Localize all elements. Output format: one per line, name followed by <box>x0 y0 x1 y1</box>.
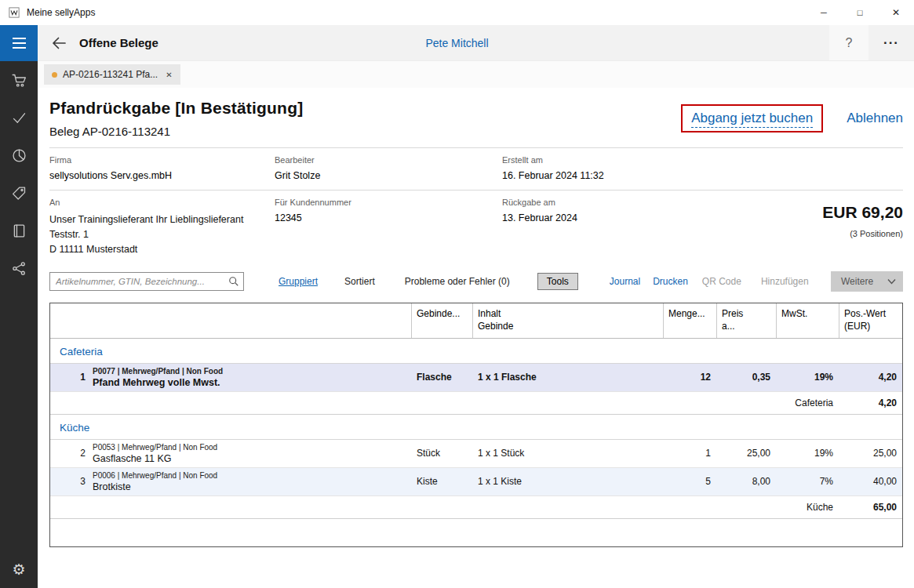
table-row[interactable]: 1 P0077 | Mehrweg/Pfand | Non Food Pfand… <box>50 364 902 392</box>
hamburger-menu-icon[interactable] <box>0 25 38 61</box>
subtotal-label: Küche <box>50 502 839 513</box>
group-header[interactable]: Küche <box>50 415 902 440</box>
tag-icon[interactable] <box>0 174 38 212</box>
settings-gear-icon[interactable]: ⚙ <box>0 550 38 588</box>
back-arrow-icon <box>50 34 67 52</box>
col-inhalt[interactable]: Inhalt Gebinde <box>472 303 663 337</box>
share-network-icon[interactable] <box>0 249 38 287</box>
row-gebinde: Flasche <box>411 372 472 383</box>
document-tab[interactable]: AP-0216-113241 Pfa... ✕ <box>44 64 180 85</box>
table-row[interactable]: 2 P0053 | Mehrweg/Pfand | Non Food Gasfl… <box>50 440 902 468</box>
checkmark-icon[interactable] <box>0 99 38 136</box>
document-page: Pfandrückgabe [In Bestätigung] Beleg AP-… <box>38 88 914 588</box>
col-mwst[interactable]: MwSt. <box>776 303 839 337</box>
tools-button[interactable]: Tools <box>537 273 578 290</box>
row-wert: 40,00 <box>839 476 902 487</box>
print-link[interactable]: Drucken <box>653 276 688 287</box>
row-menge: 5 <box>663 476 716 487</box>
add-link: Hinzufügen <box>761 276 809 287</box>
close-button[interactable]: ✕ <box>878 0 914 25</box>
firma-value: sellysolutions Serv.ges.mbH <box>49 170 275 181</box>
address-line: D 11111 Musterstadt <box>49 242 275 257</box>
address-line: Teststr. 1 <box>49 227 275 242</box>
row-inhalt: 1 x 1 Stück <box>472 448 663 459</box>
header-actions: ? ··· <box>829 25 914 60</box>
article-code: P0077 | Mehrweg/Pfand | Non Food <box>93 367 406 376</box>
erstellt-label: Erstellt am <box>502 155 903 165</box>
info-section-2: An Unser Trainingslieferant Ihr Liebling… <box>49 191 903 265</box>
row-mwst: 7% <box>776 476 839 487</box>
main-content: AP-0216-113241 Pfa... ✕ Pfandrückgabe [I… <box>38 61 914 588</box>
group-header[interactable]: Cafeteria <box>50 339 902 364</box>
window-controls: ─ □ ✕ <box>806 0 914 25</box>
row-inhalt: 1 x 1 Kiste <box>472 476 663 487</box>
qr-code-link: QR Code <box>702 276 741 287</box>
col-number <box>50 303 91 337</box>
row-mwst: 19% <box>776 372 839 383</box>
col-wert[interactable]: Pos.-Wert (EUR) <box>839 303 902 337</box>
minimize-button[interactable]: ─ <box>806 0 842 25</box>
row-gebinde: Kiste <box>411 476 472 487</box>
an-field: An Unser Trainingslieferant Ihr Liebling… <box>49 198 275 256</box>
unsaved-dot-icon <box>52 72 57 78</box>
group-subtotal: Küche 65,00 <box>50 496 902 519</box>
address-line: Unser Trainingslieferant Ihr Lieblingsli… <box>49 212 275 227</box>
book-outflow-button[interactable]: Abgang jetzt buchen <box>691 111 813 128</box>
article-name: Gasflasche 11 KG <box>93 453 406 464</box>
bearbeiter-value: Grit Stolze <box>275 170 502 181</box>
app-icon <box>8 6 20 19</box>
row-wert: 4,20 <box>839 372 902 383</box>
article-code: P0053 | Mehrweg/Pfand | Non Food <box>93 443 406 452</box>
highlight-box: Abgang jetzt buchen <box>681 104 823 132</box>
group-subtotal: Cafeteria 4,20 <box>50 392 902 415</box>
article-name: Pfand Mehrweg volle Mwst. <box>93 377 406 388</box>
col-menge[interactable]: Menge... <box>663 303 716 337</box>
row-menge: 12 <box>663 372 716 383</box>
shopping-cart-icon[interactable] <box>0 61 38 99</box>
help-button[interactable]: ? <box>829 25 868 60</box>
document-total: EUR 69,20 (3 Positionen) <box>822 203 903 238</box>
grouped-toggle[interactable]: Gruppiert <box>279 276 318 287</box>
table-row[interactable]: 3 P0006 | Mehrweg/Pfand | Non Food Brotk… <box>50 468 902 496</box>
search-icon[interactable] <box>228 276 239 289</box>
row-gebinde: Stück <box>411 448 472 459</box>
maximize-button[interactable]: □ <box>842 0 878 25</box>
more-actions-button[interactable]: Weitere <box>831 271 903 292</box>
more-options-button[interactable]: ··· <box>868 25 914 60</box>
subtotal-value: 4,20 <box>839 397 902 408</box>
article-search <box>49 272 244 291</box>
problems-link[interactable]: Probleme oder Fehler (0) <box>405 276 510 287</box>
document-number: Beleg AP-0216-113241 <box>49 125 303 138</box>
col-article <box>91 303 411 337</box>
row-article: P0077 | Mehrweg/Pfand | Non Food Pfand M… <box>91 367 411 388</box>
tab-bar: AP-0216-113241 Pfa... ✕ <box>38 61 914 88</box>
row-article: P0006 | Mehrweg/Pfand | Non Food Brotkis… <box>91 471 411 492</box>
col-gebinde[interactable]: Gebinde... <box>411 303 472 337</box>
row-article: P0053 | Mehrweg/Pfand | Non Food Gasflas… <box>91 443 411 464</box>
sidebar-nav: ⚙ <box>0 61 38 588</box>
kundennummer-field: Für Kundennummer 12345 <box>275 198 502 256</box>
col-preis[interactable]: Preis a... <box>716 303 776 337</box>
tab-label: AP-0216-113241 Pfa... <box>63 69 158 80</box>
article-name: Brotkiste <box>93 481 406 492</box>
pie-chart-icon[interactable] <box>0 136 38 174</box>
kundennummer-value: 12345 <box>275 212 502 223</box>
tab-close-icon[interactable]: ✕ <box>166 71 172 79</box>
user-name[interactable]: Pete Mitchell <box>425 37 488 49</box>
page-title: Offene Belege <box>79 36 158 49</box>
reject-button[interactable]: Ablehnen <box>847 111 903 126</box>
document-titles: Pfandrückgabe [In Bestätigung] Beleg AP-… <box>49 99 303 138</box>
row-preis: 0,35 <box>716 372 776 383</box>
window-title: Meine sellyApps <box>27 7 95 18</box>
back-button[interactable] <box>48 32 70 54</box>
sorted-toggle[interactable]: Sortiert <box>344 276 375 287</box>
chevron-down-icon <box>887 278 896 285</box>
search-input[interactable] <box>49 272 244 291</box>
journal-icon[interactable] <box>0 212 38 249</box>
bearbeiter-label: Bearbeiter <box>275 155 502 165</box>
recipient-address: Unser Trainingslieferant Ihr Lieblingsli… <box>49 212 275 256</box>
document-title: Pfandrückgabe [In Bestätigung] <box>49 99 303 118</box>
row-inhalt: 1 x 1 Flasche <box>472 372 663 383</box>
document-header: Pfandrückgabe [In Bestätigung] Beleg AP-… <box>49 99 903 138</box>
journal-link[interactable]: Journal <box>610 276 640 287</box>
